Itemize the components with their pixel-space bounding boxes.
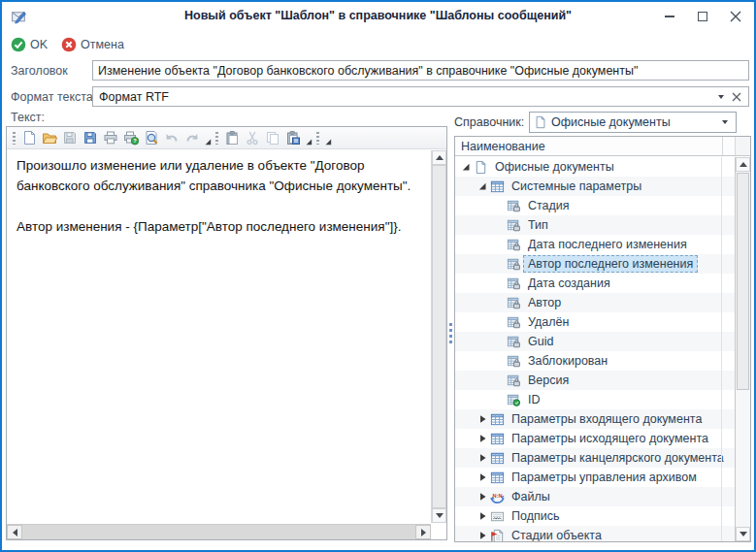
new-document-icon[interactable]	[18, 128, 39, 148]
tree-item[interactable]: Параметры исходящего документа	[455, 429, 735, 448]
tree-column-header[interactable]: Наименование	[455, 137, 750, 156]
tree-vertical-scrollbar[interactable]	[735, 157, 750, 541]
print-help-icon[interactable]: ?	[120, 128, 141, 148]
arrow-left-icon	[13, 529, 17, 536]
overflow-icon[interactable]	[322, 128, 333, 148]
scroll-up-button[interactable]	[432, 150, 446, 165]
tree-expander-icon[interactable]	[476, 434, 488, 443]
chevron-down-icon[interactable]	[718, 95, 724, 99]
editor-horizontal-scrollbar[interactable]	[7, 524, 431, 539]
tree-item[interactable]: Дата последнего изменения	[455, 235, 735, 254]
tree-expander-icon[interactable]	[476, 492, 488, 502]
format-value: Формат RTF	[99, 90, 169, 104]
tree-expander-icon[interactable]	[476, 531, 488, 540]
ok-button[interactable]: OK	[11, 37, 48, 52]
column-separator	[721, 157, 722, 541]
cut-icon	[242, 128, 262, 148]
panel-splitter[interactable]	[447, 126, 454, 540]
scrollbar-thumb[interactable]	[737, 173, 749, 390]
empty-column-header	[722, 137, 735, 155]
toolbar-grip[interactable]	[313, 128, 322, 148]
cancel-button[interactable]: Отмена	[61, 37, 124, 52]
param-lock-icon	[505, 373, 523, 388]
tree-item-label: Дата последнего изменения	[523, 236, 692, 253]
arrow-down-icon	[436, 513, 444, 518]
arrow-right-icon	[421, 529, 426, 536]
toolbar-grip[interactable]	[10, 128, 18, 148]
header-input[interactable]	[92, 60, 749, 81]
directory-combobox[interactable]: Офисные документы	[529, 112, 737, 133]
overflow-icon[interactable]	[303, 128, 313, 148]
format-label: Формат текста	[11, 90, 93, 104]
scrollbar-thumb[interactable]	[432, 165, 446, 508]
svg-text:N:N: N:N	[493, 492, 503, 498]
tree-item[interactable]: Параметры входящего документа	[455, 409, 735, 429]
scroll-right-button[interactable]	[415, 525, 431, 539]
tree-item-label: Автор последнего изменения	[523, 255, 698, 273]
maximize-icon	[698, 12, 707, 21]
overflow-icon[interactable]	[202, 128, 213, 148]
maximize-button[interactable]	[686, 2, 719, 31]
tree-item[interactable]: Тип	[455, 215, 735, 235]
tree-item-label: Подпись	[507, 507, 564, 525]
open-icon[interactable]	[39, 128, 59, 148]
tree-expander-icon[interactable]	[459, 162, 472, 172]
tree-item-label: Удалён	[523, 313, 574, 331]
save-icon	[59, 128, 80, 148]
chevron-down-icon[interactable]	[722, 120, 728, 124]
relation-icon: N:N	[488, 490, 507, 504]
tree-expander-icon[interactable]	[476, 511, 488, 521]
save-as-icon[interactable]	[80, 128, 100, 148]
editor-vertical-scrollbar[interactable]	[431, 150, 446, 523]
tree-item-label: Дата создания	[523, 275, 615, 292]
tree-item[interactable]: Параметры управления архивом	[455, 468, 735, 487]
signature-icon	[488, 509, 507, 524]
tree-item[interactable]: Системные параметры	[455, 177, 735, 196]
scroll-left-button[interactable]	[7, 525, 22, 539]
minimize-button[interactable]	[653, 2, 686, 31]
column-name-header[interactable]: Наименование	[455, 137, 722, 155]
tree-item-label: Стадия	[523, 197, 575, 214]
param-lock-icon	[505, 238, 523, 252]
copy-icon	[262, 128, 282, 148]
tree-expander-icon[interactable]	[476, 472, 488, 482]
directory-label: Справочник:	[454, 115, 524, 129]
undo-icon	[161, 128, 181, 148]
tree-expander-icon[interactable]	[476, 453, 488, 463]
tree-item[interactable]: Стадии объекта	[455, 526, 735, 541]
tree-item-label: Параметры исходящего документа	[507, 430, 713, 447]
scroll-down-button[interactable]	[432, 508, 446, 523]
tree-item[interactable]: Дата создания	[455, 274, 735, 293]
param-lock-icon	[505, 276, 523, 291]
clear-icon[interactable]	[732, 92, 741, 102]
paste-special-icon[interactable]	[282, 128, 303, 148]
tree-item[interactable]: Автор	[455, 293, 735, 312]
tree-item[interactable]: Подпись	[455, 506, 735, 526]
stages-icon	[488, 529, 507, 542]
tree-item[interactable]: Офисные документы	[455, 157, 735, 177]
header-label: Заголовок	[11, 64, 68, 78]
tree-item[interactable]: Заблокирован	[455, 351, 735, 371]
tree-expander-icon[interactable]	[476, 414, 488, 424]
print-icon[interactable]	[100, 128, 120, 148]
tree-item[interactable]: Параметры канцелярского документа	[455, 448, 735, 468]
toolbar-grip[interactable]	[213, 128, 221, 148]
tree-item-label: Системные параметры	[507, 178, 646, 195]
tree-item[interactable]: Удалён	[455, 312, 735, 332]
editor-text-area[interactable]: Произошло изменение или удаление в объек…	[7, 150, 431, 523]
close-button[interactable]	[719, 2, 752, 31]
tree-item[interactable]: Guid	[455, 332, 735, 351]
window-title: Новый объект "Шаблон" в справочнике "Шаб…	[2, 9, 754, 22]
tree-item[interactable]: Стадия	[455, 196, 735, 215]
format-combobox[interactable]: Формат RTF	[92, 86, 749, 107]
scroll-up-button[interactable]	[736, 157, 750, 172]
preview-icon[interactable]	[141, 128, 161, 148]
tree-item[interactable]: Версия	[455, 371, 735, 390]
tree-item-label: Файлы	[507, 488, 555, 505]
tree-item[interactable]: Автор последнего изменения	[455, 254, 735, 274]
tree-item[interactable]: ID	[455, 390, 735, 409]
paste-icon[interactable]	[221, 128, 242, 148]
tree-item[interactable]: N:NФайлы	[455, 487, 735, 506]
scroll-down-button[interactable]	[736, 527, 750, 541]
tree-expander-icon[interactable]	[476, 181, 488, 191]
